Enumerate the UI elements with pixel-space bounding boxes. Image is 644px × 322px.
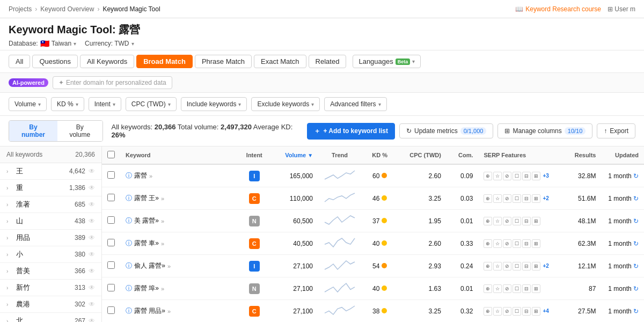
kw-info-icon-0[interactable]: ⓘ [126,171,132,180]
serp-icon-5[interactable]: ⊞ [532,262,540,270]
serp-icon-2[interactable]: ⊘ [503,172,511,180]
serp-icon-2[interactable]: ⊘ [503,194,511,203]
sidebar-item-6[interactable]: › 普美 366 👁 [0,263,101,280]
course-link[interactable]: 📖 Keyword Research course [515,5,601,13]
th-trend[interactable]: Trend [318,147,361,164]
refresh-icon-3[interactable]: ↻ [633,240,639,247]
refresh-icon-5[interactable]: ↻ [633,285,639,292]
breadcrumb-projects[interactable]: Projects [9,5,32,13]
serp-icon-4[interactable]: ⊟ [522,307,531,316]
row-checkbox-6[interactable] [107,306,115,314]
tab-all[interactable]: All [9,55,30,68]
export-button[interactable]: ↑ Export [597,123,635,138]
th-cpc[interactable]: CPC (TWD) [398,147,447,164]
breadcrumb-keyword-overview[interactable]: Keyword Overview [40,5,94,13]
volume-filter[interactable]: Volume ▾ [9,97,47,111]
row-checkbox-5[interactable] [107,284,115,291]
sidebar-item-3[interactable]: › 山 438 👁 [0,213,101,230]
refresh-icon-2[interactable]: ↻ [633,217,639,225]
serp-icon-5[interactable]: ⊞ [532,284,540,293]
advanced-filter[interactable]: Advanced filters ▾ [324,97,386,111]
th-volume[interactable]: Volume ▼ [270,147,318,164]
kw-expand-icon-1[interactable]: » [161,195,164,202]
serp-icon-0[interactable]: ⊕ [484,284,492,293]
th-keyword[interactable]: Keyword [120,147,238,164]
select-all-checkbox[interactable] [107,151,115,158]
serp-icon-5[interactable]: ⊞ [532,239,540,248]
kw-expand-icon-6[interactable]: » [167,308,171,314]
serp-icon-4[interactable]: ⊟ [522,262,531,270]
serp-icon-3[interactable]: ☐ [513,172,521,180]
manage-columns-button[interactable]: ⊞ Manage columns 10/10 [497,123,592,138]
kw-info-icon-1[interactable]: ⓘ [126,194,132,203]
serp-icon-3[interactable]: ☐ [513,307,521,316]
tab-related[interactable]: Related [309,55,347,68]
kw-info-icon-5[interactable]: ⓘ [126,284,132,293]
languages-button[interactable]: Languages Beta ▾ [353,55,421,68]
sidebar-item-1[interactable]: › 重 1,386 👁 [0,180,101,196]
refresh-icon-6[interactable]: ↻ [633,308,639,315]
kw-info-icon-6[interactable]: ⓘ [126,306,132,316]
serp-icon-1[interactable]: ☆ [493,194,502,203]
sidebar-item-0[interactable]: › 王 4,642 👁 [0,163,101,180]
row-checkbox-1[interactable] [107,194,115,201]
serp-icon-0[interactable]: ⊕ [484,217,492,225]
kw-info-icon-2[interactable]: ⓘ [126,216,132,225]
serp-icon-5[interactable]: ⊞ [532,217,540,225]
row-checkbox-3[interactable] [107,239,115,246]
serp-icon-0[interactable]: ⊕ [484,262,492,270]
serp-icon-2[interactable]: ⊘ [503,217,511,225]
sidebar-item-5[interactable]: › 小 380 👁 [0,246,101,263]
include-filter[interactable]: Include keywords ▾ [181,97,247,111]
tab-questions[interactable]: Questions [32,55,78,68]
eye-icon-2[interactable]: 👁 [89,201,95,208]
kw-info-icon-3[interactable]: ⓘ [126,239,132,248]
tab-exact-match[interactable]: Exact Match [254,55,306,68]
kd-filter[interactable]: KD % ▾ [51,97,84,111]
th-kd[interactable]: KD % [361,147,398,164]
row-checkbox-2[interactable] [107,216,115,224]
tab-broad-match[interactable]: Broad Match [136,55,193,68]
intent-filter[interactable]: Intent ▾ [89,97,121,111]
th-com[interactable]: Com. [447,147,479,164]
eye-icon-6[interactable]: 👁 [89,267,95,275]
serp-icon-1[interactable]: ☆ [493,262,502,270]
eye-icon-1[interactable]: 👁 [89,184,95,192]
serp-icon-0[interactable]: ⊕ [484,194,492,203]
eye-icon-9[interactable]: 👁 [89,317,95,322]
exclude-filter[interactable]: Exclude keywords ▾ [251,97,320,111]
kw-expand-icon-3[interactable]: » [161,240,164,247]
serp-icon-0[interactable]: ⊕ [484,172,492,180]
serp-icon-2[interactable]: ⊘ [503,284,511,293]
serp-icon-1[interactable]: ☆ [493,307,502,316]
refresh-icon-0[interactable]: ↻ [633,172,639,180]
th-updated[interactable]: Updated [601,147,644,164]
sidebar-item-8[interactable]: › 農港 302 👁 [0,296,101,313]
serp-icon-3[interactable]: ☐ [513,262,521,270]
serp-icon-2[interactable]: ⊘ [503,262,511,270]
serp-icon-1[interactable]: ☆ [493,217,502,225]
th-serp[interactable]: SERP Features [478,147,564,164]
kw-expand-icon-0[interactable]: » [149,173,152,179]
serp-icon-0[interactable]: ⊕ [484,307,492,316]
serp-icon-3[interactable]: ☐ [513,239,521,248]
refresh-icon-1[interactable]: ↻ [633,195,639,202]
cpc-filter[interactable]: CPC (TWD) ▾ [126,97,177,111]
serp-icon-1[interactable]: ☆ [493,239,502,248]
th-results[interactable]: Results [564,147,602,164]
eye-icon-8[interactable]: 👁 [89,301,95,308]
serp-icon-3[interactable]: ☐ [513,217,521,225]
serp-icon-4[interactable]: ⊟ [522,172,531,180]
sidebar-item-4[interactable]: › 用品 389 👁 [0,230,101,246]
update-metrics-button[interactable]: ↻ Update metrics 0/1,000 [399,123,493,138]
serp-icon-1[interactable]: ☆ [493,284,502,293]
kw-expand-icon-4[interactable]: » [167,263,171,269]
serp-icon-2[interactable]: ⊘ [503,307,511,316]
user-button[interactable]: ⊞ User m [608,5,635,13]
serp-icon-4[interactable]: ⊟ [522,194,531,203]
serp-icon-4[interactable]: ⊟ [522,239,531,248]
serp-icon-5[interactable]: ⊞ [532,307,540,316]
sort-by-volume[interactable]: By volume [57,121,102,141]
row-checkbox-0[interactable] [107,171,115,179]
serp-icon-3[interactable]: ☐ [513,284,521,293]
